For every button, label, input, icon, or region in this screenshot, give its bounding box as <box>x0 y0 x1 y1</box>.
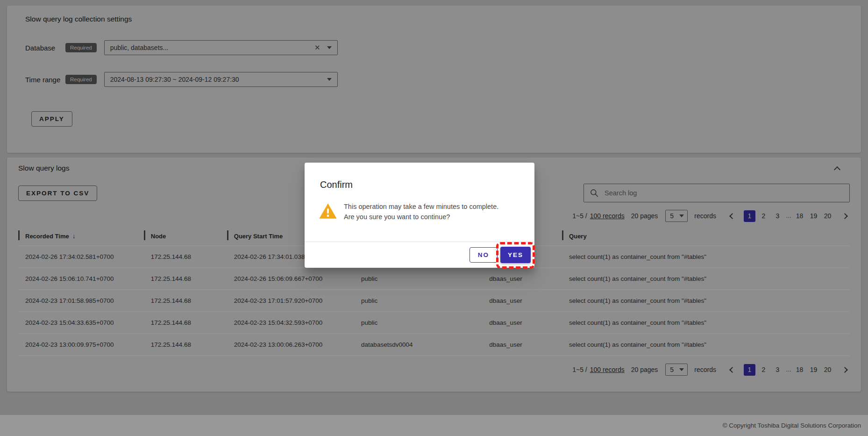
yes-button[interactable]: YES <box>500 247 531 263</box>
no-button[interactable]: NO <box>470 247 498 263</box>
confirm-dialog: Confirm This operation may take a few mi… <box>305 163 534 268</box>
dialog-title: Confirm <box>320 179 519 190</box>
dialog-message-line2: Are you sure you want to continue? <box>344 212 498 222</box>
warning-icon <box>319 203 337 219</box>
dialog-message-line1: This operation may take a few minutes to… <box>344 201 498 212</box>
